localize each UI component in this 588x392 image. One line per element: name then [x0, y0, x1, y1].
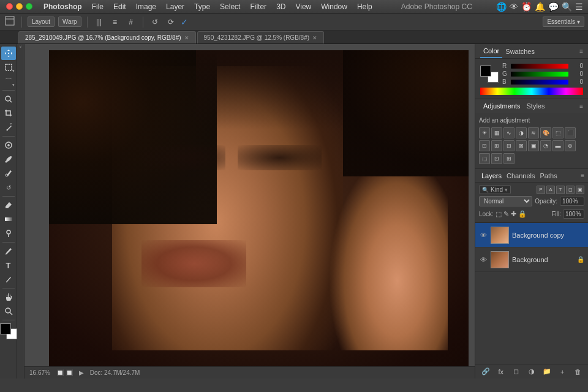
red-slider[interactable] [511, 64, 568, 69]
color-spectrum-bar[interactable] [480, 88, 583, 95]
clone-stamp-tool[interactable] [1, 167, 16, 180]
eraser-tool[interactable] [1, 198, 16, 212]
lasso-tool[interactable]: ⌒ ▾ [1, 75, 16, 88]
green-slider[interactable] [511, 72, 568, 77]
menu-image[interactable]: Image [131, 0, 161, 13]
lock-transparency-icon[interactable]: ⬚ [496, 210, 502, 218]
doc-tab-2[interactable]: 950_4231282.JPG @ 12.5% (RGB/8#) ✕ [197, 31, 324, 43]
canvas-controls[interactable]: 🔲 🔲 [56, 369, 73, 376]
canvas-area[interactable]: 16.67% 🔲 🔲 ▶ Doc: 24.7M/24.7M [24, 44, 475, 379]
new-fill-layer-btn[interactable]: ◑ [526, 366, 537, 377]
threshold-btn[interactable]: ◔ [540, 140, 551, 151]
bw-btn[interactable]: ⬛ [565, 127, 576, 138]
hand-tool[interactable] [1, 290, 16, 304]
filter-smart-icon[interactable]: ▣ [576, 186, 584, 194]
new-group-btn[interactable]: 📁 [541, 366, 552, 377]
move-tool[interactable] [1, 47, 16, 60]
add-style-btn[interactable]: fx [496, 366, 507, 377]
layer-background[interactable]: 👁 Background 🔒 [475, 247, 588, 272]
menu-3d[interactable]: 3D [271, 0, 290, 13]
panel-fg-bg[interactable] [480, 66, 499, 83]
doc-tab-1-close[interactable]: ✕ [184, 35, 189, 41]
blue-slider[interactable] [511, 80, 568, 85]
exposure-btn[interactable]: ◑ [516, 127, 527, 138]
invert-btn[interactable]: ⊠ [516, 140, 527, 151]
add-mask-btn[interactable]: ◻ [511, 366, 522, 377]
filter-pixel-icon[interactable]: P [537, 186, 545, 194]
cycle-icon[interactable]: ⟳ [165, 16, 177, 28]
channel-mixer-btn[interactable]: ⊞ [491, 140, 502, 151]
lock-all-icon[interactable]: 🔒 [518, 210, 527, 218]
kind-dropdown-arrow[interactable]: ▾ [505, 187, 508, 193]
pen-tool[interactable] [1, 244, 16, 258]
adj-icon-10[interactable]: ⊡ [491, 153, 502, 164]
grid-icon-3[interactable]: # [125, 16, 137, 28]
maximize-button[interactable] [26, 3, 32, 10]
doc-tab-2-close[interactable]: ✕ [312, 35, 317, 41]
foreground-background-colors[interactable] [0, 323, 17, 339]
color-panel-collapse[interactable]: ≡ [579, 48, 583, 55]
tab-paths[interactable]: Paths [538, 172, 560, 179]
gradient-tool[interactable] [1, 213, 16, 226]
layers-panel-collapse[interactable]: ≡ [581, 172, 584, 179]
menu-icon-1[interactable]: 🌐 [496, 2, 507, 12]
app-name[interactable]: Photoshop [39, 0, 87, 13]
menu-file[interactable]: File [87, 0, 108, 13]
warp-button[interactable]: Warp [58, 17, 81, 27]
adj-icon-11[interactable]: ⊞ [503, 153, 514, 164]
tab-styles[interactable]: Styles [524, 102, 548, 110]
crop-tool[interactable] [1, 107, 16, 120]
filter-adjustment-icon[interactable]: A [546, 186, 555, 194]
grid-icon-2[interactable]: ≡ [109, 16, 121, 28]
brightness-contrast-btn[interactable]: ☀ [479, 127, 490, 138]
zoom-tool[interactable] [1, 304, 16, 318]
lock-paint-icon[interactable]: ✎ [503, 210, 509, 218]
grid-icon-1[interactable]: ||| [93, 16, 105, 28]
brush-tool[interactable] [1, 153, 16, 166]
filter-shape-icon[interactable]: ◻ [566, 186, 575, 194]
type-tool[interactable]: T [1, 258, 16, 272]
opacity-input[interactable] [560, 197, 584, 206]
menu-edit[interactable]: Edit [108, 0, 131, 13]
foreground-color[interactable] [0, 323, 11, 334]
adj-icon-9[interactable]: ⬚ [479, 153, 490, 164]
tab-color[interactable]: Color [480, 44, 502, 58]
hsl-btn[interactable]: 🎨 [540, 127, 551, 138]
menu-icon-search[interactable]: 🔍 [562, 2, 572, 12]
dodge-tool[interactable] [1, 227, 16, 240]
menu-window[interactable]: Window [316, 0, 352, 13]
photo-filter-btn[interactable]: ⊡ [479, 140, 490, 151]
levels-btn[interactable]: ▦ [491, 127, 502, 138]
menu-icon-list[interactable]: ☰ [575, 2, 583, 12]
menu-type[interactable]: Type [189, 0, 215, 13]
undo-icon[interactable]: ↺ [149, 16, 161, 28]
tab-layers[interactable]: Layers [479, 172, 504, 179]
selective-color-btn[interactable]: ⊕ [565, 140, 576, 151]
color-lookup-btn[interactable]: ⊟ [503, 140, 514, 151]
curves-btn[interactable]: ∿ [503, 127, 514, 138]
path-select-tool[interactable] [1, 273, 16, 286]
link-layers-btn[interactable]: 🔗 [480, 366, 491, 377]
vibrance-btn[interactable]: ≋ [528, 127, 539, 138]
layer-visibility-bg[interactable]: 👁 [479, 256, 488, 263]
new-layer-btn[interactable]: + [557, 366, 568, 377]
menu-help[interactable]: Help [352, 0, 377, 13]
menu-icon-5[interactable]: 💬 [548, 2, 559, 12]
delete-layer-btn[interactable]: 🗑 [572, 366, 583, 377]
close-button[interactable] [6, 3, 13, 10]
color-balance-btn[interactable]: ⬚ [552, 127, 564, 138]
layout-button[interactable]: Layout [28, 17, 55, 27]
canvas-arrow[interactable]: ▶ [79, 369, 84, 376]
layer-visibility-bg-copy[interactable]: 👁 [479, 232, 488, 239]
tab-swatches[interactable]: Swatches [502, 44, 538, 58]
layer-background-copy[interactable]: 👁 Background copy [475, 223, 588, 247]
filter-type-icon[interactable]: T [556, 186, 565, 194]
menu-select[interactable]: Select [215, 0, 245, 13]
rectangle-select-tool[interactable]: ▾ [1, 61, 16, 74]
quick-select-tool[interactable] [1, 92, 16, 106]
menu-icon-2[interactable]: 👁 [510, 2, 518, 12]
menu-icon-3[interactable]: ⏰ [521, 2, 532, 12]
blend-mode-select[interactable]: Normal [479, 196, 532, 206]
adj-panel-collapse[interactable]: ≡ [579, 103, 583, 110]
doc-tab-1[interactable]: 285_2910049.JPG @ 16.7% (Background copy… [18, 31, 196, 43]
